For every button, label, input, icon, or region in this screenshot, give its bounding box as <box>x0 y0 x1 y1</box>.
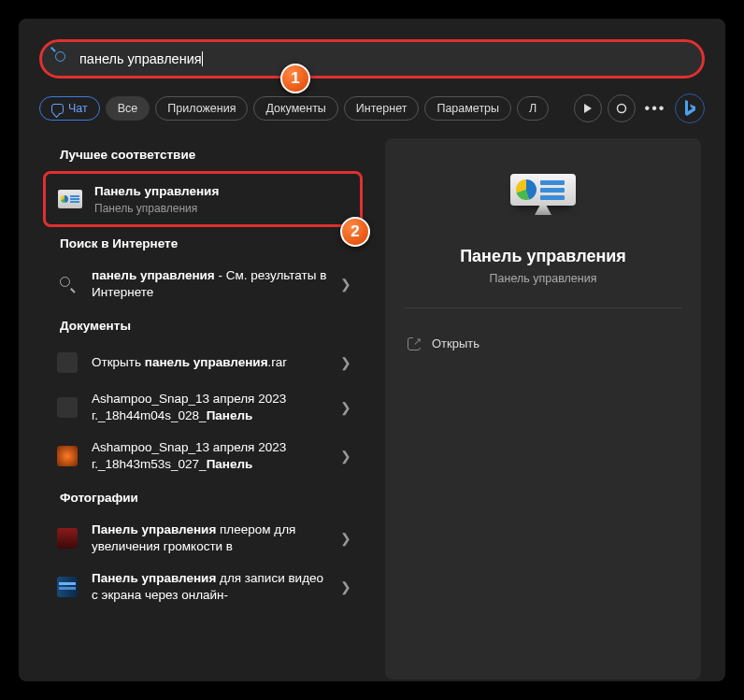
doc-result-2[interactable]: Ashampoo_Snap_13 апреля 2023г._18h44m04s… <box>43 383 363 432</box>
doc-result-1-title: Открыть панель управления.rar <box>92 354 333 371</box>
photo-result-2-title: Панель управления для записи видео с экр… <box>92 570 333 604</box>
section-documents: Документы <box>60 319 363 333</box>
doc-result-3-title: Ashampoo_Snap_13 апреля 2023г._18h43m53s… <box>92 439 333 473</box>
best-match-title: Панель управления <box>94 184 219 198</box>
open-action[interactable]: Открыть <box>404 331 682 356</box>
photo-result-1-title: Панель управления плеером для увеличения… <box>92 521 333 555</box>
filter-circle[interactable] <box>608 94 636 122</box>
doc-result-2-title: Ashampoo_Snap_13 апреля 2023г._18h44m04s… <box>92 391 333 424</box>
svg-point-0 <box>618 105 626 113</box>
filter-web[interactable]: Интернет <box>344 96 420 121</box>
filter-chat[interactable]: Чат <box>39 96 100 121</box>
control-panel-icon <box>57 186 83 212</box>
control-panel-icon-large <box>510 174 576 228</box>
divider <box>404 307 682 308</box>
filter-docs[interactable]: Документы <box>253 96 337 121</box>
text-cursor <box>202 51 203 66</box>
results-column: Лучшее соответствие Панель управления Па… <box>19 138 374 679</box>
filter-all[interactable]: Все <box>106 96 150 121</box>
doc-result-3[interactable]: Ashampoo_Snap_13 апреля 2023г._18h43m53s… <box>43 432 363 480</box>
filter-bar: Чат Все Приложения Документы Интернет Па… <box>39 93 705 123</box>
annotation-badge-1: 1 <box>280 64 310 93</box>
photo-result-2[interactable]: Панель управления для записи видео с экр… <box>43 563 363 611</box>
more-icon: ••• <box>645 100 666 117</box>
search-box[interactable]: панель управления <box>39 39 705 79</box>
search-input-text[interactable]: панель управления <box>79 51 202 66</box>
chevron-right-icon: ❯ <box>340 277 351 292</box>
detail-subtitle: Панель управления <box>404 272 682 285</box>
web-result[interactable]: панель управления - См. результаты в Инт… <box>43 260 363 308</box>
annotation-badge-2: 2 <box>340 217 370 247</box>
search-icon <box>55 51 70 66</box>
section-web: Поиск в Интернете <box>60 236 363 250</box>
best-match-result[interactable]: Панель управления Панель управления <box>43 171 363 227</box>
detail-card: Панель управления Панель управления Откр… <box>385 138 701 679</box>
photo-result-1[interactable]: Панель управления плеером для увеличения… <box>43 514 363 563</box>
filter-more[interactable]: ••• <box>641 94 669 122</box>
open-external-icon <box>408 337 421 350</box>
play-icon <box>583 104 593 113</box>
section-best-match: Лучшее соответствие <box>60 148 363 162</box>
web-result-title: панель управления - См. результаты в Инт… <box>92 267 333 301</box>
filter-apps[interactable]: Приложения <box>155 96 248 121</box>
search-window: панель управления 1 2 Чат Все Приложения… <box>19 19 725 681</box>
content-area: Лучшее соответствие Панель управления Па… <box>19 138 725 679</box>
best-match-sub: Панель управления <box>94 202 349 215</box>
filter-params[interactable]: Параметры <box>424 96 511 121</box>
image-icon <box>54 525 80 551</box>
search-bar-wrap: панель управления <box>39 39 705 79</box>
image-icon <box>54 574 80 600</box>
file-icon <box>54 394 80 421</box>
detail-column: Панель управления Панель управления Откр… <box>374 138 725 679</box>
filter-overflow[interactable]: Л <box>517 96 549 121</box>
chevron-right-icon: ❯ <box>340 531 351 546</box>
chevron-right-icon: ❯ <box>340 400 351 415</box>
search-icon <box>54 271 80 297</box>
bing-button[interactable] <box>675 93 705 123</box>
section-photos: Фотографии <box>60 491 363 505</box>
doc-result-1[interactable]: Открыть панель управления.rar ❯ <box>43 342 363 383</box>
chat-icon <box>51 104 64 114</box>
filter-play[interactable] <box>574 94 602 122</box>
circle-icon <box>616 103 627 114</box>
file-icon <box>54 443 80 469</box>
chevron-right-icon: ❯ <box>340 355 351 370</box>
detail-title: Панель управления <box>404 247 682 266</box>
open-action-label: Открыть <box>432 336 479 350</box>
chevron-right-icon: ❯ <box>340 449 351 464</box>
chevron-right-icon: ❯ <box>340 579 351 594</box>
file-icon <box>54 350 80 376</box>
bing-icon <box>682 99 697 118</box>
